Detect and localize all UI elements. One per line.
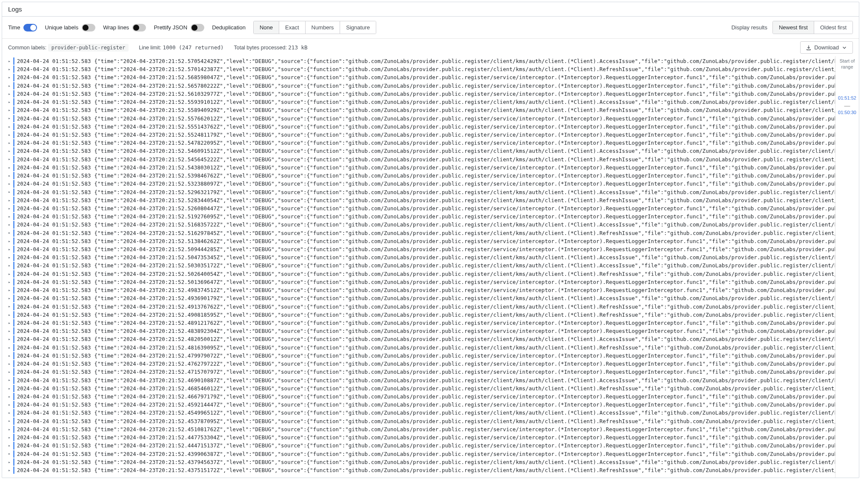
log-row[interactable]: ▸2024-04-24 01:51:52.583{"time":"2024-04… [8,327,835,335]
dedup-option-numbers[interactable]: Numbers [305,21,340,34]
log-row[interactable]: ▸2024-04-24 01:51:52.583{"time":"2024-04… [8,123,835,131]
log-row[interactable]: ▸2024-04-24 01:51:52.583{"time":"2024-04… [8,155,835,163]
expand-caret-icon[interactable]: ▸ [8,213,12,220]
expand-caret-icon[interactable]: ▸ [8,434,12,441]
expand-caret-icon[interactable]: ▸ [8,74,12,81]
log-row[interactable]: ▸2024-04-24 01:51:52.583{"time":"2024-04… [8,147,835,155]
expand-caret-icon[interactable]: ▸ [8,336,12,343]
log-row[interactable]: ▸2024-04-24 01:51:52.583{"time":"2024-04… [8,220,835,229]
log-row[interactable]: ▸2024-04-24 01:51:52.583{"time":"2024-04… [8,384,835,392]
log-row[interactable]: ▸2024-04-24 01:51:52.583{"time":"2024-04… [8,163,835,172]
toggle-wrap-switch[interactable] [132,24,146,32]
dedup-option-signature[interactable]: Signature [340,21,376,34]
expand-caret-icon[interactable]: ▸ [8,148,12,155]
expand-caret-icon[interactable]: ▸ [8,246,12,253]
log-row[interactable]: ▸2024-04-24 01:51:52.583{"time":"2024-04… [8,335,835,343]
expand-caret-icon[interactable]: ▸ [8,271,12,278]
minimap[interactable]: Start of range 01:51:52 — 01:50:30 [835,56,859,478]
expand-caret-icon[interactable]: ▸ [8,312,12,318]
log-row[interactable]: ▸2024-04-24 01:51:52.583{"time":"2024-04… [8,115,835,123]
expand-caret-icon[interactable]: ▸ [8,287,12,294]
expand-caret-icon[interactable]: ▸ [8,459,12,466]
expand-caret-icon[interactable]: ▸ [8,254,12,261]
log-row[interactable]: ▸2024-04-24 01:51:52.583{"time":"2024-04… [8,433,835,441]
log-row[interactable]: ▸2024-04-24 01:51:52.583{"time":"2024-04… [8,229,835,237]
log-row[interactable]: ▸2024-04-24 01:51:52.583{"time":"2024-04… [8,401,835,409]
log-row[interactable]: ▸2024-04-24 01:51:52.583{"time":"2024-04… [8,466,835,474]
expand-caret-icon[interactable]: ▸ [8,344,12,351]
expand-caret-icon[interactable]: ▸ [8,426,12,433]
log-row[interactable]: ▸2024-04-24 01:51:52.583{"time":"2024-04… [8,344,835,352]
dedup-option-exact[interactable]: Exact [279,21,305,34]
log-row[interactable]: ▸2024-04-24 01:51:52.583{"time":"2024-04… [8,73,835,81]
expand-caret-icon[interactable]: ▸ [8,369,12,375]
log-row[interactable]: ▸2024-04-24 01:51:52.583{"time":"2024-04… [8,441,835,450]
expand-caret-icon[interactable]: ▸ [8,401,12,408]
expand-caret-icon[interactable]: ▸ [8,66,12,73]
log-row[interactable]: ▸2024-04-24 01:51:52.583{"time":"2024-04… [8,311,835,319]
dedup-option-none[interactable]: None [254,21,279,34]
expand-caret-icon[interactable]: ▸ [8,164,12,171]
log-row[interactable]: ▸2024-04-24 01:51:52.583{"time":"2024-04… [8,303,835,311]
log-row[interactable]: ▸2024-04-24 01:51:52.583{"time":"2024-04… [8,253,835,261]
expand-caret-icon[interactable]: ▸ [8,91,12,97]
log-row[interactable]: ▸2024-04-24 01:51:52.583{"time":"2024-04… [8,360,835,368]
expand-caret-icon[interactable]: ▸ [8,107,12,114]
expand-caret-icon[interactable]: ▸ [8,467,12,474]
log-row[interactable]: ▸2024-04-24 01:51:52.583{"time":"2024-04… [8,57,835,65]
expand-caret-icon[interactable]: ▸ [8,180,12,187]
log-row[interactable]: ▸2024-04-24 01:51:52.583{"time":"2024-04… [8,294,835,302]
log-row[interactable]: ▸2024-04-24 01:51:52.583{"time":"2024-04… [8,270,835,278]
log-row[interactable]: ▸2024-04-24 01:51:52.583{"time":"2024-04… [8,196,835,204]
expand-caret-icon[interactable]: ▸ [8,115,12,122]
log-row[interactable]: ▸2024-04-24 01:51:52.583{"time":"2024-04… [8,319,835,327]
expand-caret-icon[interactable]: ▸ [8,58,12,65]
log-lines[interactable]: ▸2024-04-24 01:51:52.583{"time":"2024-04… [2,56,835,478]
log-row[interactable]: ▸2024-04-24 01:51:52.583{"time":"2024-04… [8,409,835,417]
log-row[interactable]: ▸2024-04-24 01:51:52.583{"time":"2024-04… [8,212,835,220]
log-row[interactable]: ▸2024-04-24 01:51:52.583{"time":"2024-04… [8,450,835,458]
expand-caret-icon[interactable]: ▸ [8,295,12,302]
expand-caret-icon[interactable]: ▸ [8,205,12,212]
expand-caret-icon[interactable]: ▸ [8,99,12,106]
log-row[interactable]: ▸2024-04-24 01:51:52.583{"time":"2024-04… [8,106,835,114]
log-row[interactable]: ▸2024-04-24 01:51:52.583{"time":"2024-04… [8,139,835,147]
log-row[interactable]: ▸2024-04-24 01:51:52.583{"time":"2024-04… [8,261,835,269]
expand-caret-icon[interactable]: ▸ [8,172,12,179]
log-row[interactable]: ▸2024-04-24 01:51:52.583{"time":"2024-04… [8,286,835,294]
expand-caret-icon[interactable]: ▸ [8,450,12,457]
download-button[interactable]: Download [800,41,853,54]
expand-caret-icon[interactable]: ▸ [8,377,12,384]
log-row[interactable]: ▸2024-04-24 01:51:52.583{"time":"2024-04… [8,65,835,73]
toggle-unique-switch[interactable] [82,24,95,32]
order-option-oldest-first[interactable]: Oldest first [814,21,852,34]
log-row[interactable]: ▸2024-04-24 01:51:52.583{"time":"2024-04… [8,368,835,376]
expand-caret-icon[interactable]: ▸ [8,197,12,204]
expand-caret-icon[interactable]: ▸ [8,410,12,416]
expand-caret-icon[interactable]: ▸ [8,221,12,228]
common-labels-chip[interactable]: provider-public-register [48,44,129,52]
expand-caret-icon[interactable]: ▸ [8,418,12,424]
log-row[interactable]: ▸2024-04-24 01:51:52.583{"time":"2024-04… [8,352,835,360]
log-row[interactable]: ▸2024-04-24 01:51:52.583{"time":"2024-04… [8,278,835,286]
log-row[interactable]: ▸2024-04-24 01:51:52.583{"time":"2024-04… [8,82,835,90]
expand-caret-icon[interactable]: ▸ [8,229,12,236]
log-row[interactable]: ▸2024-04-24 01:51:52.583{"time":"2024-04… [8,425,835,433]
toggle-prettify-switch[interactable] [191,24,204,32]
expand-caret-icon[interactable]: ▸ [8,279,12,286]
expand-caret-icon[interactable]: ▸ [8,156,12,163]
log-row[interactable]: ▸2024-04-24 01:51:52.583{"time":"2024-04… [8,90,835,98]
log-row[interactable]: ▸2024-04-24 01:51:52.583{"time":"2024-04… [8,376,835,384]
log-row[interactable]: ▸2024-04-24 01:51:52.583{"time":"2024-04… [8,180,835,188]
expand-caret-icon[interactable]: ▸ [8,352,12,359]
log-row[interactable]: ▸2024-04-24 01:51:52.583{"time":"2024-04… [8,392,835,401]
log-row[interactable]: ▸2024-04-24 01:51:52.583{"time":"2024-04… [8,131,835,139]
log-row[interactable]: ▸2024-04-24 01:51:52.583{"time":"2024-04… [8,188,835,196]
expand-caret-icon[interactable]: ▸ [8,238,12,245]
expand-caret-icon[interactable]: ▸ [8,189,12,195]
expand-caret-icon[interactable]: ▸ [8,140,12,146]
expand-caret-icon[interactable]: ▸ [8,123,12,130]
log-row[interactable]: ▸2024-04-24 01:51:52.583{"time":"2024-04… [8,237,835,245]
expand-caret-icon[interactable]: ▸ [8,320,12,326]
expand-caret-icon[interactable]: ▸ [8,328,12,335]
